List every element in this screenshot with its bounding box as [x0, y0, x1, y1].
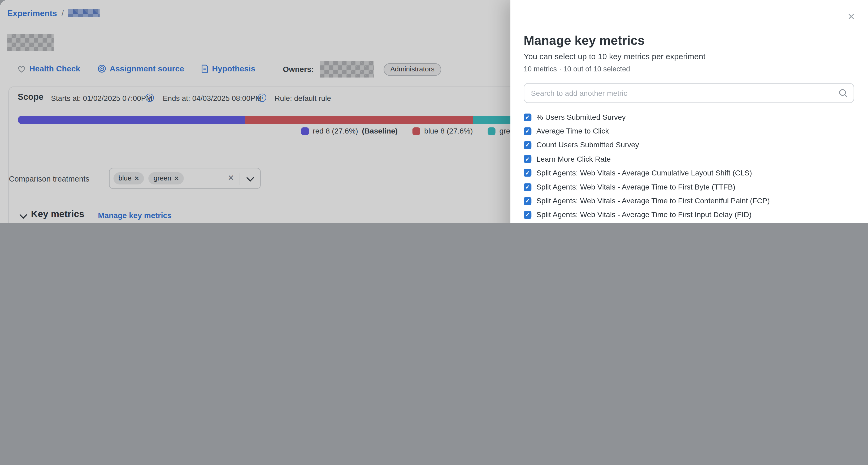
metric-option[interactable]: ✓Split Agents: Web Vitals - Average Time…: [524, 194, 857, 208]
checkbox-checked[interactable]: ✓: [524, 169, 531, 177]
metric-option[interactable]: ✓% Users Submitted Survey: [524, 110, 857, 124]
app-window: Experiments / Health Check Assignment so…: [0, 0, 868, 223]
metric-checkbox-list: ✓% Users Submitted Survey ✓Average Time …: [524, 110, 857, 223]
metric-option-label: Learn More Click Rate: [536, 155, 611, 163]
checkbox-checked[interactable]: ✓: [524, 155, 531, 163]
manage-key-metrics-panel: ✕ Manage key metrics You can select up t…: [510, 0, 868, 223]
metric-option[interactable]: ✓Split Agents: Web Vitals - Average Cumu…: [524, 166, 857, 180]
metric-option-label: Split Agents: Web Vitals - Average Time …: [536, 183, 735, 191]
metric-option[interactable]: ✓Split Agents: Web Vitals - Average Time…: [524, 208, 857, 222]
panel-subtitle: You can select up to 10 key metrics per …: [524, 52, 705, 61]
metric-option-label: Count Users Submitted Survey: [536, 141, 639, 149]
metric-option[interactable]: ✓Average Time to Click: [524, 124, 857, 138]
metric-option[interactable]: ✓Split Agents: Web Vitals - Average Time…: [524, 180, 857, 194]
checkbox-checked[interactable]: ✓: [524, 141, 531, 149]
metric-option[interactable]: ✓Learn More Click Rate: [524, 152, 857, 166]
checkbox-checked[interactable]: ✓: [524, 113, 531, 121]
metrics-count-summary: 10 metrics · 10 out of 10 selected: [524, 65, 630, 73]
metric-search-input[interactable]: [524, 83, 854, 103]
close-icon[interactable]: ✕: [847, 12, 855, 22]
checkbox-checked[interactable]: ✓: [524, 127, 531, 135]
metric-option[interactable]: ✓Count Users Submitted Survey: [524, 138, 857, 152]
metric-option-label: Split Agents: Web Vitals - Average Time …: [536, 211, 751, 219]
metric-option-label: % Users Submitted Survey: [536, 113, 626, 121]
metric-search: [524, 83, 854, 103]
metric-option-label: Average Time to Click: [536, 127, 609, 135]
metric-option-label: Split Agents: Web Vitals - Average Cumul…: [536, 169, 752, 177]
panel-title: Manage key metrics: [524, 33, 645, 48]
metric-option[interactable]: ✓Split Agents: Web Vitals - Average Time…: [524, 222, 857, 223]
checkbox-checked[interactable]: ✓: [524, 197, 531, 205]
checkbox-checked[interactable]: ✓: [524, 183, 531, 191]
checkbox-checked[interactable]: ✓: [524, 211, 531, 219]
metric-option-label: Split Agents: Web Vitals - Average Time …: [536, 197, 770, 205]
search-icon: [839, 89, 848, 98]
